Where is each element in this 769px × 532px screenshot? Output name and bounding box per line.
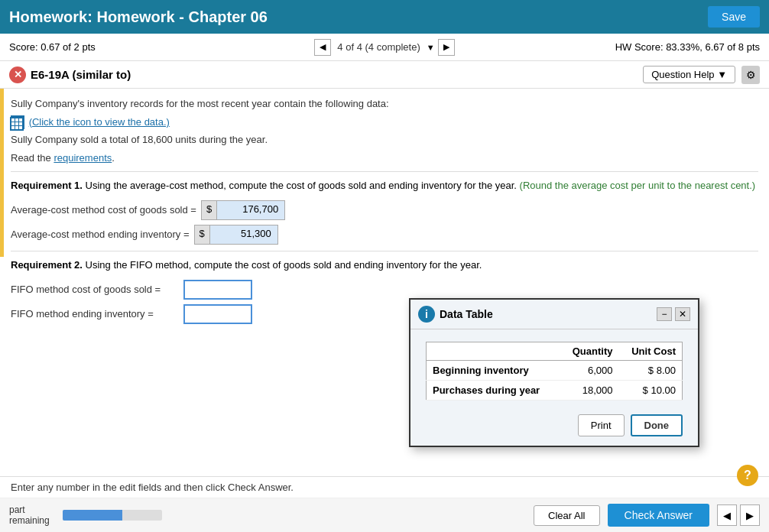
modal-title: i Data Table bbox=[418, 306, 493, 323]
modal-titlebar: i Data Table − ✕ bbox=[410, 300, 698, 329]
hw-score-value: 83.33%, 6.67 of 8 pts bbox=[666, 41, 760, 53]
hw-score-label: HW Score: bbox=[615, 41, 664, 53]
settings-icon[interactable]: ⚙ bbox=[741, 66, 760, 84]
nav-label: 4 of 4 (4 complete) bbox=[334, 41, 423, 53]
progress-bar-container bbox=[63, 510, 162, 521]
done-button[interactable]: Done bbox=[631, 414, 683, 436]
print-button[interactable]: Print bbox=[578, 414, 625, 436]
action-bar: part remaining Clear All Check Answer ◀ … bbox=[0, 498, 769, 532]
row-unit-cost-purchases: $ 10.00 bbox=[618, 381, 682, 401]
part-info: part remaining bbox=[9, 504, 55, 526]
cogs-value: 176,700 bbox=[216, 200, 285, 220]
table-row: Beginning inventory 6,000 $ 8.00 bbox=[427, 361, 683, 381]
nav-prev-button[interactable]: ◀ bbox=[314, 39, 331, 56]
page-title: Homework: Homework - Chapter 06 bbox=[9, 8, 268, 26]
requirements-link[interactable]: requirements bbox=[54, 152, 112, 164]
question-id: ✕ E6-19A (similar to) bbox=[9, 66, 131, 83]
inv-dollar: $ bbox=[194, 225, 209, 245]
question-status-icon: ✕ bbox=[9, 66, 26, 83]
inv-value: 51,300 bbox=[209, 225, 278, 245]
help-button[interactable]: ? bbox=[737, 465, 758, 486]
row-label-beginning: Beginning inventory bbox=[427, 361, 560, 381]
table-row: Purchases during year 18,000 $ 10.00 bbox=[427, 381, 683, 401]
hw-score-info: HW Score: 83.33%, 6.67 of 8 pts bbox=[455, 41, 760, 53]
question-help-button[interactable]: Question Help ▼ bbox=[643, 66, 735, 83]
data-table-modal: i Data Table − ✕ Quantity Unit Cost bbox=[409, 298, 699, 447]
req1-note: (Round the average cost per unit to the … bbox=[520, 180, 756, 191]
inv-row: Average-cost method ending inventory = $… bbox=[11, 225, 758, 245]
inventory-data-table: Quantity Unit Cost Beginning inventory 6… bbox=[426, 342, 683, 401]
content-line1: Sully Company's inventory records for th… bbox=[11, 96, 758, 112]
cogs-dollar: $ bbox=[201, 200, 216, 220]
col-header-item bbox=[427, 342, 560, 361]
score-info: Score: 0.67 of 2 pts bbox=[9, 41, 314, 53]
question-id-text: E6-19A (similar to) bbox=[31, 68, 131, 81]
bottom-nav-next-button[interactable]: ▶ bbox=[740, 504, 760, 526]
nav-next-button[interactable]: ▶ bbox=[438, 39, 455, 56]
requirements-link-text: Read the requirements. bbox=[11, 151, 758, 166]
req1-text: Requirement 1. Using the average-cost me… bbox=[11, 178, 758, 194]
fifo-inv-input[interactable] bbox=[183, 304, 252, 324]
navigation-area: ◀ 4 of 4 (4 complete) ▼ ▶ bbox=[314, 39, 454, 56]
divider2 bbox=[11, 251, 758, 251]
progress-bar-fill bbox=[63, 510, 122, 521]
cogs-row: Average-cost method cost of goods sold =… bbox=[11, 200, 758, 220]
req1-label: Requirement 1. bbox=[11, 180, 83, 191]
fifo-cogs-input[interactable] bbox=[183, 280, 252, 300]
content-line2: Sully Company sold a total of 18,600 uni… bbox=[11, 132, 758, 148]
table-icon bbox=[11, 115, 24, 129]
score-bar: Score: 0.67 of 2 pts ◀ 4 of 4 (4 complet… bbox=[0, 34, 769, 61]
data-link[interactable]: (Click the icon to view the data.) bbox=[29, 116, 170, 128]
fifo-cogs-row: FIFO method cost of goods sold = bbox=[11, 280, 758, 300]
modal-footer: Print Done bbox=[410, 408, 698, 446]
cogs-input-group: $ 176,700 bbox=[201, 200, 285, 220]
check-answer-button[interactable]: Check Answer bbox=[608, 504, 709, 527]
cogs-label: Average-cost method cost of goods sold = bbox=[11, 204, 196, 216]
content-data-link: (Click the icon to view the data.) bbox=[11, 115, 758, 130]
modal-close-button[interactable]: ✕ bbox=[675, 307, 690, 321]
row-quantity-beginning: 6,000 bbox=[560, 361, 619, 381]
inv-label: Average-cost method ending inventory = bbox=[11, 229, 190, 240]
req1-description: Using the average-cost method, compute t… bbox=[86, 180, 517, 191]
question-header: ✕ E6-19A (similar to) Question Help ▼ ⚙ bbox=[0, 61, 769, 89]
instruction-text: Enter any number in the edit fields and … bbox=[11, 482, 294, 493]
score-label: Score: bbox=[9, 41, 38, 53]
inv-input-group: $ 51,300 bbox=[194, 225, 278, 245]
part-label: part bbox=[9, 504, 55, 515]
bottom-nav-prev-button[interactable]: ◀ bbox=[717, 504, 737, 526]
nav-dropdown-button[interactable]: ▼ bbox=[427, 43, 435, 52]
row-label-purchases: Purchases during year bbox=[427, 381, 560, 401]
save-button[interactable]: Save bbox=[708, 6, 760, 28]
modal-minimize-button[interactable]: − bbox=[657, 307, 672, 321]
instruction-bar: Enter any number in the edit fields and … bbox=[0, 477, 769, 498]
col-header-unit-cost: Unit Cost bbox=[618, 342, 682, 361]
fifo-inv-label: FIFO method ending inventory = bbox=[11, 308, 179, 320]
fifo-cogs-label: FIFO method cost of goods sold = bbox=[11, 284, 179, 295]
modal-body: Quantity Unit Cost Beginning inventory 6… bbox=[410, 329, 698, 408]
footer: Enter any number in the edit fields and … bbox=[0, 476, 769, 532]
modal-controls: − ✕ bbox=[657, 307, 690, 321]
left-accent-bar bbox=[0, 89, 4, 257]
row-unit-cost-beginning: $ 8.00 bbox=[618, 361, 682, 381]
req2-label: Requirement 2. bbox=[11, 259, 83, 271]
modal-title-text: Data Table bbox=[440, 308, 493, 320]
divider1 bbox=[11, 171, 758, 172]
col-header-quantity: Quantity bbox=[560, 342, 619, 361]
bottom-nav: ◀ ▶ bbox=[717, 504, 760, 526]
row-quantity-purchases: 18,000 bbox=[560, 381, 619, 401]
clear-all-button[interactable]: Clear All bbox=[534, 505, 599, 526]
score-value: 0.67 of 2 pts bbox=[41, 41, 96, 53]
remaining-label: remaining bbox=[9, 515, 55, 526]
header-bar: Homework: Homework - Chapter 06 Save bbox=[0, 0, 769, 34]
req2-description: Using the FIFO method, compute the cost … bbox=[86, 259, 482, 271]
req2-text: Requirement 2. Using the FIFO method, co… bbox=[11, 258, 758, 274]
modal-info-icon: i bbox=[418, 306, 435, 323]
question-help-area: Question Help ▼ ⚙ bbox=[643, 66, 760, 84]
